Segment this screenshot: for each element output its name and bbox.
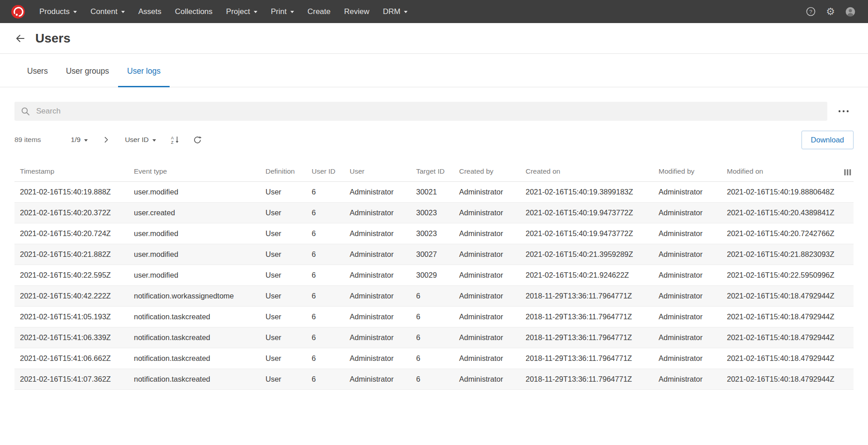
back-button[interactable] [14,33,26,44]
table-row: 2021-02-16T15:41:05.193Znotification.tas… [14,307,854,327]
table-cell: 2021-02-16T15:41:06.662Z [14,348,128,369]
help-icon[interactable]: ? [806,7,816,17]
sort-alpha-icon: A Z [171,135,180,144]
table-cell: Administrator [344,286,411,307]
nav-item-assets[interactable]: Assets [132,0,168,23]
table-cell: Administrator [653,348,721,369]
table-cell: user.modified [128,182,260,203]
table-cell: user.modified [128,265,260,286]
refresh-button[interactable] [190,133,204,147]
settings-gear-icon[interactable]: ⚙ [825,7,835,17]
column-header-definition: Definition [260,161,306,182]
table-cell: 6 [306,182,344,203]
table-cell: 30029 [411,265,454,286]
table-header-row: Timestamp Event type Definition User ID … [14,161,854,182]
table-cell: 2021-02-16T15:40:42.222Z [14,286,128,307]
nav-item-products[interactable]: Products [33,0,84,23]
user-avatar[interactable] [845,7,855,17]
columns-icon [844,169,852,176]
table-cell: Administrator [454,307,520,327]
table-cell: 2021-02-16T15:40:19.888Z [14,182,128,203]
table-cell: 2021-02-16T15:40:18.4792944Z [721,348,854,369]
search-input[interactable] [35,106,821,116]
table-cell: Administrator [344,307,411,327]
table-cell: notification.taskcreated [128,348,260,369]
table-cell: 6 [411,286,454,307]
table-cell: User [260,286,306,307]
nav-item-collections[interactable]: Collections [168,0,219,23]
more-options-button[interactable] [834,102,854,121]
nav-item-label: Assets [138,7,161,16]
table-cell: 2021-02-16T15:40:20.724Z [14,223,128,244]
topnav-right-icons: ? ⚙ [806,7,858,17]
table-cell: 6 [411,307,454,327]
nav-item-create[interactable]: Create [301,0,337,23]
column-picker-button[interactable] [842,167,854,179]
table-cell: 6 [306,265,344,286]
log-table-body: 2021-02-16T15:40:19.888Zuser.modifiedUse… [14,182,854,390]
table-cell: 2021-02-16T15:41:07.362Z [14,369,128,390]
sort-field-label: User ID [125,136,149,144]
search-row [14,102,854,121]
table-cell: Administrator [344,327,411,348]
table-cell: User [260,223,306,244]
page-header: Users [0,23,868,54]
table-cell: Administrator [344,182,411,203]
table-cell: 2021-02-16T15:40:21.924622Z [520,265,653,286]
table-row: 2021-02-16T15:41:07.362Znotification.tas… [14,369,854,390]
table-row: 2021-02-16T15:40:20.724Zuser.modifiedUse… [14,223,854,244]
top-navigation-bar: Products Content Assets Collections Proj… [0,0,868,23]
download-button[interactable]: Download [802,131,854,149]
table-cell: 2021-02-16T15:40:19.8880648Z [721,182,854,203]
sitecore-logo-icon [11,5,25,19]
nav-item-content[interactable]: Content [84,0,132,23]
table-cell: Administrator [653,182,721,203]
table-cell: 2021-02-16T15:40:19.9473772Z [520,203,653,223]
table-cell: notification.taskcreated [128,369,260,390]
nav-item-review[interactable]: Review [337,0,376,23]
column-header-timestamp: Timestamp [14,161,128,182]
table-cell: Administrator [653,223,721,244]
sitecore-logo[interactable] [11,5,25,19]
table-cell: 6 [306,286,344,307]
sort-field-selector[interactable]: User ID [121,133,160,147]
table-cell: Administrator [653,203,721,223]
table-cell: notification.workassignedtome [128,286,260,307]
table-cell: 6 [411,327,454,348]
table-cell: 6 [411,348,454,369]
next-page-button[interactable] [100,133,113,147]
nav-item-project[interactable]: Project [219,0,264,23]
table-cell: Administrator [344,369,411,390]
nav-item-print[interactable]: Print [264,0,301,23]
table-cell: User [260,307,306,327]
table-cell: 2018-11-29T13:36:11.7964771Z [520,369,653,390]
table-cell: Administrator [454,348,520,369]
search-box[interactable] [14,102,827,121]
table-cell: User [260,369,306,390]
table-cell: Administrator [653,307,721,327]
svg-text:A: A [171,136,174,140]
tab-user-logs[interactable]: User logs [118,66,170,87]
table-cell: 6 [306,307,344,327]
tab-users[interactable]: Users [18,66,57,87]
table-cell: 2018-11-29T13:36:11.7964771Z [520,307,653,327]
chevron-down-icon [152,139,156,142]
table-cell: notification.taskcreated [128,307,260,327]
page-selector[interactable]: 1/9 [67,133,92,147]
table-cell: Administrator [344,244,411,265]
table-row: 2021-02-16T15:41:06.339Znotification.tas… [14,327,854,348]
column-header-user-id: User ID [306,161,344,182]
chevron-down-icon [73,11,77,13]
table-cell: 2018-11-29T13:36:11.7964771Z [520,327,653,348]
nav-item-drm[interactable]: DRM [376,0,415,23]
tab-user-groups[interactable]: User groups [57,66,118,87]
search-icon [21,107,30,116]
user-logs-table: Timestamp Event type Definition User ID … [14,161,854,390]
sort-order-button[interactable]: A Z [168,133,182,147]
svg-text:?: ? [809,9,812,14]
table-cell: Administrator [454,244,520,265]
table-cell: user.modified [128,244,260,265]
table-cell: User [260,327,306,348]
column-header-modified-on: Modified on [721,161,854,182]
tabs-bar: Users User groups User logs [0,54,868,87]
